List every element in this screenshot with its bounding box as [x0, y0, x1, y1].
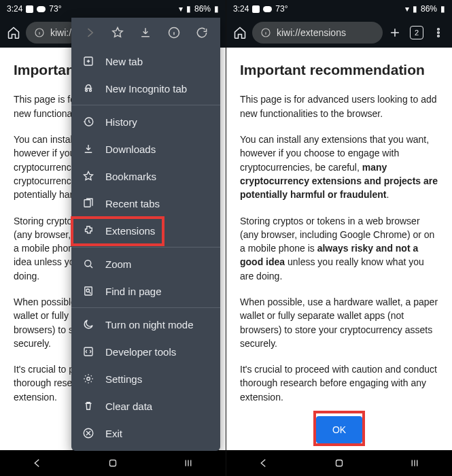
svg-point-8: [85, 260, 91, 267]
svg-point-5: [90, 90, 92, 92]
menu-icon-row: [71, 18, 220, 48]
para-4: When possible, use a hardware wallet, a …: [240, 295, 438, 350]
para-1: This page is for advanced users looking …: [240, 92, 438, 120]
notif-icon: [252, 5, 260, 13]
phone-left: 3:24 73° ▾ ▮ 86% ▮ kiwi:/ Important reco…: [0, 0, 226, 476]
status-bar: 3:24 73° ▾ ▮ 86% ▮: [0, 0, 226, 18]
page-info-icon[interactable]: [164, 23, 184, 42]
download-icon[interactable]: [136, 23, 155, 42]
menu-bookmarks[interactable]: Bookmarks: [71, 163, 220, 190]
menu-separator: [71, 247, 220, 248]
weather-icon: [263, 6, 272, 12]
wifi-icon: ▾: [179, 4, 183, 14]
overflow-menu: New tab New Incognito tab History Downlo…: [71, 18, 220, 451]
star-icon[interactable]: [108, 23, 127, 42]
address-bar: kiwi://extensions 2: [226, 18, 452, 48]
nav-back[interactable]: [24, 455, 51, 471]
ok-wrap: OK: [240, 416, 438, 443]
nav-home[interactable]: [99, 455, 126, 471]
nav-home[interactable]: [326, 455, 353, 471]
menu-recent-tabs[interactable]: Recent tabs: [71, 190, 220, 217]
page-title: Important recommendation: [240, 60, 438, 80]
status-battery: 86%: [194, 4, 211, 14]
menu-separator: [71, 105, 220, 105]
svg-rect-18: [336, 460, 342, 466]
svg-point-4: [86, 90, 88, 92]
menu-downloads[interactable]: Downloads: [71, 135, 220, 163]
para-5: It's crucial to proceed with caution and…: [240, 362, 438, 404]
menu-find[interactable]: Find in page: [71, 277, 220, 305]
menu-extensions[interactable]: Extensions: [71, 217, 220, 244]
forward-icon[interactable]: [80, 23, 99, 42]
url-text: kiwi://extensions: [277, 27, 346, 38]
battery-icon: ▮: [440, 4, 445, 14]
tab-switcher[interactable]: 2: [407, 23, 426, 42]
svg-point-10: [86, 289, 90, 292]
status-battery: 86%: [421, 4, 437, 14]
nav-recents[interactable]: [175, 455, 202, 471]
ok-button[interactable]: OK: [316, 416, 362, 443]
menu-dev-tools[interactable]: Developer tools: [71, 338, 220, 365]
url-box[interactable]: kiwi://extensions: [252, 22, 383, 44]
menu-new-incognito[interactable]: New Incognito tab: [71, 75, 220, 102]
info-icon: [260, 27, 271, 38]
svg-rect-7: [84, 200, 90, 207]
para-3: Storing cryptos or tokens in a web brows…: [240, 214, 438, 283]
svg-point-12: [87, 377, 90, 381]
status-temp: 73°: [49, 4, 61, 14]
svg-rect-1: [109, 460, 116, 466]
new-tab-icon[interactable]: [385, 23, 404, 42]
menu-settings[interactable]: Settings: [71, 365, 220, 392]
signal-icon: ▮: [186, 4, 191, 14]
menu-new-tab[interactable]: New tab: [71, 48, 220, 75]
url-text: kiwi:/: [50, 27, 71, 38]
menu-history[interactable]: History: [71, 108, 220, 135]
svg-point-17: [438, 35, 440, 37]
home-icon[interactable]: [4, 23, 23, 42]
status-temp: 73°: [275, 4, 288, 14]
reload-icon[interactable]: [192, 23, 211, 42]
battery-icon: ▮: [214, 4, 219, 14]
android-navbar: [226, 450, 452, 476]
svg-point-15: [438, 29, 440, 31]
svg-rect-9: [85, 287, 92, 295]
android-navbar: [0, 450, 226, 476]
para-2: You can install any extensions that you …: [240, 133, 438, 201]
notif-icon: [26, 5, 33, 13]
home-icon[interactable]: [230, 23, 249, 42]
page-content: Important recommendation This page is fo…: [226, 48, 452, 450]
menu-night-mode[interactable]: Turn on night mode: [71, 311, 220, 338]
menu-zoom[interactable]: Zoom: [71, 250, 220, 277]
menu-clear-data[interactable]: Clear data: [71, 392, 220, 420]
signal-icon: ▮: [413, 4, 417, 14]
svg-point-16: [438, 32, 440, 34]
menu-exit[interactable]: Exit: [71, 420, 220, 447]
status-time: 3:24: [233, 4, 249, 14]
wifi-icon: ▾: [405, 4, 409, 14]
nav-recents[interactable]: [401, 455, 428, 471]
nav-back[interactable]: [250, 455, 277, 471]
overflow-icon[interactable]: [429, 23, 448, 42]
phone-right: 3:24 73° ▾ ▮ 86% ▮ kiwi://extensions 2 I…: [226, 0, 452, 476]
weather-icon: [37, 6, 46, 12]
info-icon: [34, 27, 45, 38]
status-bar: 3:24 73° ▾ ▮ 86% ▮: [226, 0, 452, 18]
menu-separator: [71, 307, 220, 308]
status-time: 3:24: [7, 4, 22, 14]
